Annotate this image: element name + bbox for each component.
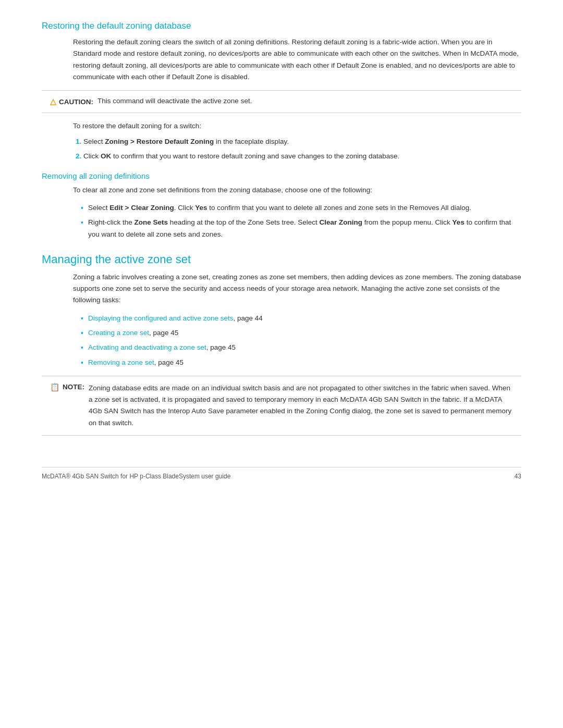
note-label: 📋 NOTE: xyxy=(50,382,84,392)
removing-bullet-list: Select Edit > Clear Zoning. Click Yes to… xyxy=(81,202,521,240)
managing-heading: Managing the active zone set xyxy=(42,253,521,266)
note-text: Zoning database edits are made on an ind… xyxy=(89,382,513,429)
managing-link-3: Activating and deactivating a zone set, … xyxy=(81,342,521,353)
managing-link-1: Displaying the configured and active zon… xyxy=(81,313,521,324)
step2-bold: OK xyxy=(101,152,111,160)
removing-intro: To clear all zone and zone set definitio… xyxy=(73,184,521,196)
managing-link-4: Removing a zone set, page 45 xyxy=(81,357,521,368)
footer-page: 43 xyxy=(515,473,521,480)
managing-section: Managing the active zone set Zoning a fa… xyxy=(42,253,521,436)
removing-bullet-2: Right-click the Zone Sets heading at the… xyxy=(81,217,521,240)
restoring-section: Restoring the default zoning database Re… xyxy=(42,21,521,162)
managing-link-2: Creating a zone set, page 45 xyxy=(81,327,521,339)
removing-link[interactable]: Removing a zone set xyxy=(88,359,154,366)
step-1: Select Zoning > Restore Default Zoning i… xyxy=(83,136,521,147)
managing-links-list: Displaying the configured and active zon… xyxy=(81,313,521,368)
caution-triangle-icon: △ xyxy=(50,97,56,106)
clear-zoning-bold: Clear Zoning xyxy=(320,218,363,226)
note-icon: 📋 xyxy=(50,382,60,392)
restore-intro: To restore the default zoning for a swit… xyxy=(73,120,521,132)
activating-link[interactable]: Activating and deactivating a zone set xyxy=(88,343,206,351)
removing-section: Removing all zoning definitions To clear… xyxy=(42,171,521,240)
caution-box: △ CAUTION: This command will deactivate … xyxy=(42,90,521,113)
removing-heading: Removing all zoning definitions xyxy=(42,171,521,180)
removing-bullet-1: Select Edit > Clear Zoning. Click Yes to… xyxy=(81,202,521,214)
displaying-link[interactable]: Displaying the configured and active zon… xyxy=(88,314,233,322)
step1-bold: Zoning > Restore Default Zoning xyxy=(105,138,214,145)
creating-link[interactable]: Creating a zone set xyxy=(88,329,149,337)
edit-clear-zoning-bold: Edit > Clear Zoning xyxy=(109,204,174,212)
footer: McDATA® 4Gb SAN Switch for HP p-Class Bl… xyxy=(42,467,521,480)
caution-label: △ CAUTION: xyxy=(50,97,93,106)
yes-bold-2: Yes xyxy=(452,218,464,226)
restore-steps: Select Zoning > Restore Default Zoning i… xyxy=(83,136,521,162)
footer-product: McDATA® 4Gb SAN Switch for HP p-Class Bl… xyxy=(42,473,230,480)
note-box: 📋 NOTE: Zoning database edits are made o… xyxy=(42,376,521,436)
zone-sets-bold: Zone Sets xyxy=(134,218,168,226)
step-2: Click OK to confirm that you want to res… xyxy=(83,151,521,162)
managing-intro: Zoning a fabric involves creating a zone… xyxy=(73,272,521,306)
yes-bold-1: Yes xyxy=(195,204,207,212)
caution-text: This command will deactivate the active … xyxy=(97,97,252,105)
restoring-body: Restoring the default zoning clears the … xyxy=(73,36,521,83)
restoring-heading: Restoring the default zoning database xyxy=(42,21,521,31)
